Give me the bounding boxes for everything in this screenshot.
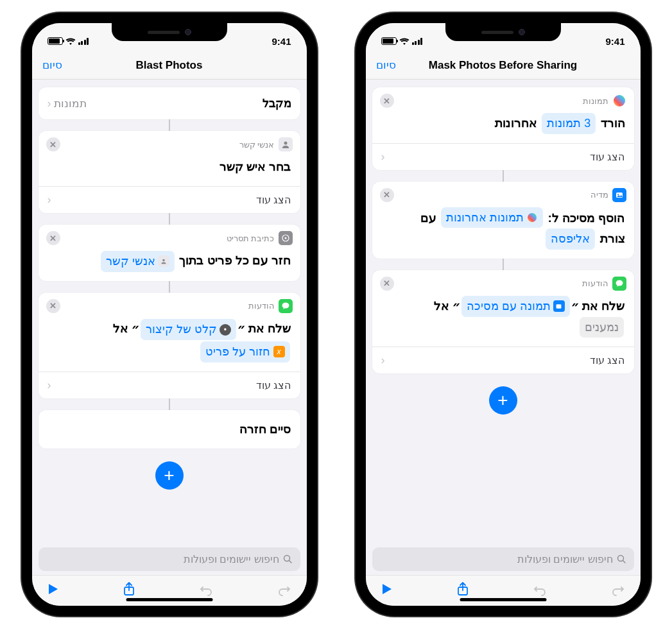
input-icon: • [220,324,231,336]
contacts-icon [279,137,293,151]
send-message-card[interactable]: הודעות ✕ שלח את ״ • קלט של קיצור ״ אל x … [39,293,300,398]
choose-contact-card[interactable]: אנשי קשר ✕ בחר איש קשר הצג עוד ‹ [39,131,300,213]
masked-image-token[interactable]: תמונה עם מסיכה [461,296,570,317]
count-token[interactable]: 3 תמונות [542,113,596,134]
wifi-icon [65,37,76,45]
mask-card[interactable]: מדיה ✕ הוסף מסיכה ל: תמונות אחרונות עם צ… [372,182,634,259]
repeat-card[interactable]: כתיבת תסריט ✕ חזר עם כל פריט בתוך אנשי ק… [39,225,300,280]
send-message-body: שלח את ״ • קלט של קיצור ״ אל x חזור על פ… [39,316,300,372]
add-action-button[interactable]: + [155,461,184,490]
phone-right: 9:41 סיום Mask Photos Before Sharing תמו… [356,13,651,616]
send-body: שלח את ״ תמונה עם מסיכה ״ אל נמענים [372,293,634,347]
svg-rect-11 [556,304,562,308]
home-indicator[interactable] [460,598,546,601]
delete-action-button[interactable]: ✕ [380,94,394,108]
photos-icon [526,212,538,223]
get-photos-body: הורד 3 תמונות אחרונות [372,110,634,143]
search-input[interactable]: חיפוש יישומים ופעולות [39,547,300,571]
shortcut-input-token[interactable]: • קלט של קיצור [141,319,236,340]
play-button[interactable] [381,583,393,595]
phone-left: 9:41 סיום Blast Photos מקבל תמונות ‹ [22,13,317,616]
search-icon [617,554,626,564]
search-input[interactable]: חיפוש יישומים ופעולות [372,547,634,571]
delete-action-button[interactable]: ✕ [380,277,394,291]
mask-body: הוסף מסיכה ל: תמונות אחרונות עם צורת אלי… [372,205,634,259]
status-time: 9:41 [271,36,291,47]
search-placeholder: חיפוש יישומים ופעולות [517,553,613,565]
chevron-left-icon: ‹ [47,97,51,110]
photos-icon [612,94,626,108]
show-more-button[interactable]: הצג עוד ‹ [39,186,300,213]
chevron-left-icon: ‹ [381,150,385,164]
svg-point-4 [282,302,289,308]
content[interactable]: מקבל תמונות ‹ אנשי קשר [32,80,307,544]
svg-line-6 [289,561,291,563]
done-button[interactable]: סיום [376,58,396,72]
battery-icon [381,37,397,45]
accepts-label: מקבל [263,96,291,110]
share-button[interactable] [123,582,135,596]
delete-action-button[interactable]: ✕ [46,299,60,313]
recipients-token[interactable]: נמענים [580,317,624,338]
notch [445,23,561,41]
search-icon [283,554,293,564]
screen: 9:41 סיום Mask Photos Before Sharing תמו… [366,23,641,606]
chevron-left-icon: ‹ [381,354,385,367]
redo-button[interactable] [277,582,291,596]
battery-icon [47,37,63,45]
svg-point-9 [617,194,619,195]
chevron-left-icon: ‹ [47,379,51,392]
redo-button[interactable] [611,582,625,596]
contacts-app-label: אנשי קשר [239,140,275,150]
latest-photos-token[interactable]: תמונות אחרונות [441,207,543,228]
nav-bar: סיום Mask Photos Before Sharing [366,51,641,80]
variable-icon: x [273,346,285,357]
photos-app-label: תמונות [583,96,608,106]
scripting-app-label: כתיבת תסריט [227,234,275,243]
undo-button[interactable] [199,582,213,596]
delete-action-button[interactable]: ✕ [46,137,60,151]
end-repeat-card[interactable]: סיים חזרה [39,410,300,449]
contacts-icon [158,255,169,267]
page-title: Blast Photos [136,59,203,72]
status-time: 9:41 [605,36,625,47]
undo-button[interactable] [533,582,547,596]
shape-token[interactable]: אליפסה [546,228,595,250]
delete-action-button[interactable]: ✕ [46,231,60,245]
end-repeat-body: סיים חזרה [39,410,300,449]
done-button[interactable]: סיום [42,58,62,72]
content[interactable]: תמונות ✕ הורד 3 תמונות אחרונות הצג עוד ‹ [366,80,641,544]
home-indicator[interactable] [126,598,212,601]
send-message-card[interactable]: הודעות ✕ שלח את ״ תמונה עם מסיכה ״ אל נמ… [372,270,634,373]
accepts-value[interactable]: תמונות ‹ [47,97,87,110]
media-icon [553,300,565,312]
wifi-icon [399,37,409,45]
play-button[interactable] [47,583,59,595]
share-button[interactable] [457,582,469,596]
search-placeholder: חיפוש יישומים ופעולות [184,553,279,565]
messages-icon [612,277,626,291]
messages-icon [279,299,293,313]
svg-point-10 [616,280,623,286]
get-photos-card[interactable]: תמונות ✕ הורד 3 תמונות אחרונות הצג עוד ‹ [372,87,634,170]
show-more-button[interactable]: הצג עוד ‹ [372,143,634,170]
scripting-icon [279,231,293,245]
svg-point-3 [162,259,165,262]
notch [112,23,227,41]
show-more-button[interactable]: הצג עוד ‹ [372,347,634,373]
show-more-button[interactable]: הצג עוד ‹ [39,372,300,398]
accepts-card[interactable]: מקבל תמונות ‹ [39,87,300,119]
delete-action-button[interactable]: ✕ [380,188,394,202]
page-title: Mask Photos Before Sharing [429,59,577,72]
repeat-item-token[interactable]: x חזור על פריט [200,341,289,363]
chevron-left-icon: ‹ [47,193,51,207]
messages-app-label: הודעות [248,301,275,311]
svg-point-2 [284,237,286,239]
contacts-token[interactable]: אנשי קשר [101,251,175,272]
media-app-label: מדיה [590,190,608,200]
svg-point-0 [284,142,287,145]
choose-contact-body: בחר איש קשר [39,154,300,186]
messages-app-label: הודעות [582,278,608,288]
cellular-icon [78,38,89,45]
add-action-button[interactable]: + [489,386,517,415]
